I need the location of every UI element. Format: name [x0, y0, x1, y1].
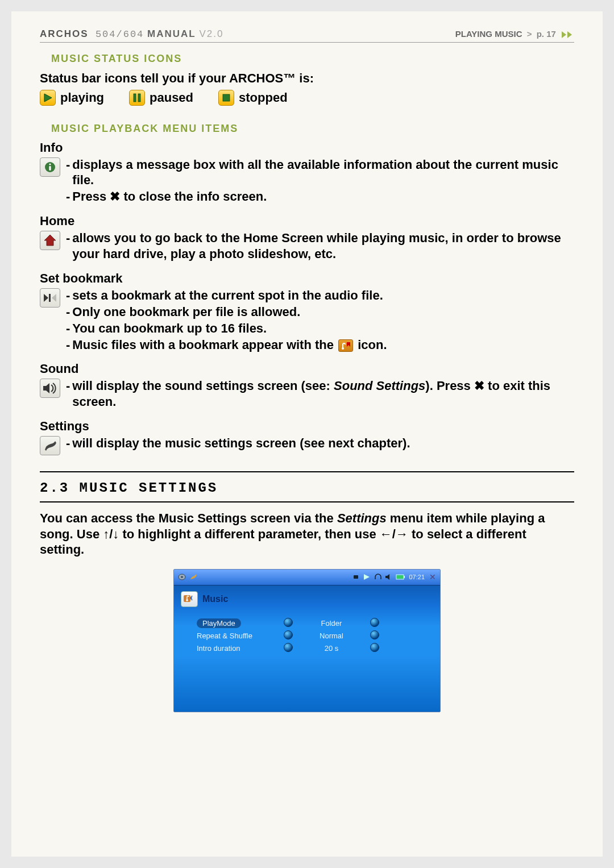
- status-playing-label: playing: [60, 90, 104, 105]
- svg-marker-0: [562, 31, 566, 38]
- topbar-headphones-icon: [374, 573, 383, 581]
- music-tile-icon: [181, 591, 198, 607]
- svg-marker-9: [44, 235, 56, 246]
- bookmark-icon: [40, 288, 60, 308]
- topbar-disc-icon: [177, 573, 186, 581]
- settings-value: Folder: [294, 619, 368, 628]
- page-header: ARCHOS 504/604 MANUAL V2.0 PLAYING MUSIC…: [40, 28, 574, 40]
- header-right: PLAYING MUSIC > p. 17: [455, 29, 574, 40]
- version: V2.0: [199, 28, 223, 39]
- status-stopped-label: stopped: [239, 90, 288, 105]
- increase-icon[interactable]: [370, 643, 379, 652]
- screenshot-title: Music: [202, 594, 228, 604]
- svg-marker-19: [364, 574, 370, 580]
- sound-label: Sound: [40, 362, 574, 376]
- svg-marker-20: [385, 574, 389, 580]
- section-heading-menu-items: MUSIC PLAYBACK MENU ITEMS: [51, 123, 574, 135]
- bookmark-label: Set bookmark: [40, 271, 574, 286]
- bookmark-bullet-1: sets a bookmark at the current spot in t…: [72, 288, 574, 304]
- manual-label: MANUAL: [147, 28, 196, 39]
- decrease-icon[interactable]: [284, 618, 293, 627]
- status-paused: paused: [129, 90, 193, 106]
- topbar-battery-icon: [396, 573, 405, 581]
- status-icons-row: playing paused stopped: [40, 90, 574, 106]
- status-stopped: stopped: [218, 90, 288, 106]
- topbar-speaker-icon: [385, 573, 394, 581]
- settings-icon: [40, 436, 60, 455]
- chapter-rule-top: [40, 471, 574, 472]
- topbar-plug-icon: [352, 573, 362, 581]
- settings-row-intro[interactable]: Intro duration 20 s: [197, 642, 426, 655]
- svg-point-17: [181, 576, 183, 578]
- x-icon: ✖: [474, 379, 484, 393]
- svg-rect-11: [49, 294, 51, 302]
- page-number: p. 17: [537, 29, 556, 39]
- svg-rect-5: [223, 94, 230, 101]
- up-down-arrows-icon: ↑/↓: [103, 527, 119, 541]
- header-rule: [40, 42, 574, 43]
- header-left: ARCHOS 504/604 MANUAL V2.0: [40, 28, 223, 40]
- decrease-icon[interactable]: [284, 643, 293, 652]
- settings-paragraph: You can access the Music Settings screen…: [40, 510, 574, 558]
- chapter-heading: 2.3 MUSIC SETTINGS: [40, 480, 574, 496]
- menu-item-sound: Sound -will display the sound settings s…: [40, 362, 574, 410]
- svg-rect-3: [134, 94, 136, 102]
- left-right-arrows-icon: ←/→: [380, 527, 408, 541]
- increase-icon[interactable]: [370, 618, 379, 627]
- screenshot-topbar: 07:21 ✕: [174, 570, 440, 585]
- next-page-icon[interactable]: [562, 30, 574, 40]
- topbar-close-icon[interactable]: ✕: [429, 572, 437, 582]
- settings-value: Normal: [294, 632, 368, 640]
- manual-page: ARCHOS 504/604 MANUAL V2.0 PLAYING MUSIC…: [11, 11, 603, 857]
- status-paused-label: paused: [150, 90, 193, 105]
- settings-grid: PlayMode Folder Repeat & Shuffle Normal …: [174, 615, 440, 712]
- svg-rect-8: [49, 166, 51, 171]
- model: [89, 29, 96, 40]
- bookmark-bullet-2: Only one bookmark per file is allowed.: [72, 304, 574, 320]
- status-playing: playing: [40, 90, 104, 106]
- bookmark-file-icon: [338, 339, 353, 352]
- settings-row-repeat[interactable]: Repeat & Shuffle Normal: [197, 630, 426, 642]
- topbar-time: 07:21: [409, 574, 425, 580]
- topbar-wrench-icon: [189, 573, 198, 581]
- svg-marker-15: [43, 383, 49, 393]
- settings-label: Intro duration: [197, 644, 240, 653]
- increase-icon[interactable]: [370, 630, 379, 639]
- decrease-icon[interactable]: [284, 630, 293, 639]
- menu-item-settings: Settings -will display the music setting…: [40, 419, 574, 455]
- bookmark-bullet-4: Music files with a bookmark appear with …: [72, 337, 574, 353]
- menu-item-info: Info -displays a message box with all th…: [40, 140, 574, 205]
- settings-row-playmode[interactable]: PlayMode Folder: [197, 617, 426, 630]
- info-bullet-2: Press ✖ to close the info screen.: [72, 189, 574, 205]
- settings-value: 20 s: [294, 644, 368, 653]
- svg-marker-10: [44, 294, 48, 302]
- breadcrumb-separator: >: [527, 29, 532, 39]
- home-label: Home: [40, 214, 574, 229]
- svg-point-25: [186, 599, 188, 601]
- svg-rect-22: [404, 576, 405, 578]
- svg-marker-2: [44, 94, 52, 102]
- screenshot-title-row: Music: [174, 585, 440, 615]
- svg-marker-12: [52, 294, 56, 302]
- settings-bullet-1: will display the music settings screen (…: [72, 435, 574, 451]
- svg-rect-4: [138, 94, 140, 102]
- brand: ARCHOS: [40, 28, 89, 39]
- info-bullet-1: displays a message box with all the avai…: [72, 157, 574, 188]
- svg-rect-23: [397, 575, 403, 579]
- bookmark-bullet-3: You can bookmark up to 16 files.: [72, 321, 574, 337]
- x-icon: ✖: [110, 189, 120, 203]
- topbar-play-icon: [363, 573, 372, 581]
- info-icon: [40, 157, 60, 177]
- menu-item-home: Home -allows you to go back to the Home …: [40, 214, 574, 262]
- topbar-left-icons: [177, 573, 198, 581]
- topbar-right-icons: 07:21 ✕: [352, 572, 437, 582]
- settings-label: Repeat & Shuffle: [197, 632, 252, 640]
- chapter-rule-bottom: [40, 501, 574, 502]
- menu-item-bookmark: Set bookmark -sets a bookmark at the cur…: [40, 271, 574, 352]
- section-heading-status-icons: MUSIC STATUS ICONS: [51, 53, 574, 65]
- play-icon: [40, 90, 56, 106]
- svg-marker-14: [347, 342, 350, 347]
- svg-point-7: [49, 163, 51, 165]
- svg-marker-1: [567, 31, 572, 38]
- svg-point-13: [342, 347, 344, 350]
